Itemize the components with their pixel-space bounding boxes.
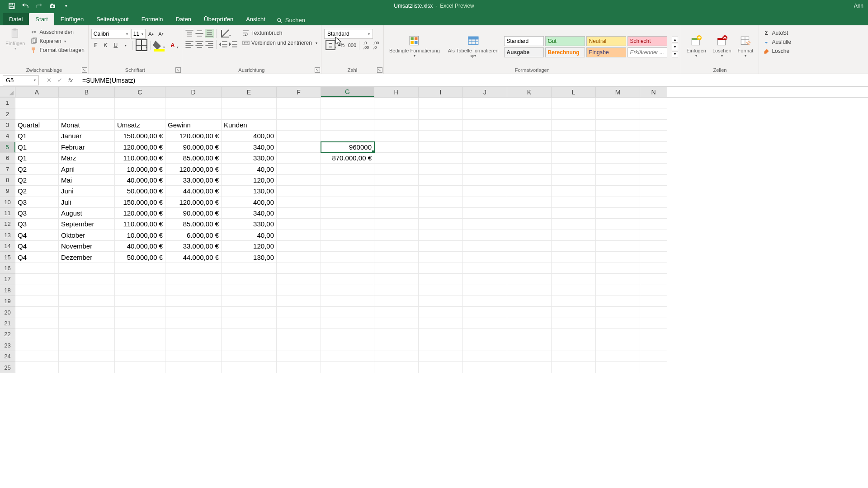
cell-I12[interactable] [419, 219, 463, 230]
cell-D6[interactable]: 85.000,00 € [165, 153, 222, 164]
cell-G17[interactable] [321, 274, 374, 285]
tab-insert[interactable]: Einfügen [54, 13, 90, 25]
cell-I11[interactable] [419, 208, 463, 219]
row-header-17[interactable]: 17 [0, 274, 15, 285]
cell-K12[interactable] [507, 219, 552, 230]
row-header-8[interactable]: 8 [0, 175, 15, 186]
cell-J13[interactable] [463, 230, 507, 241]
cell-K9[interactable] [507, 186, 552, 197]
column-header-D[interactable]: D [165, 87, 222, 97]
cell-G1[interactable] [321, 98, 374, 108]
formula-input[interactable]: =SUMME(Umsatz) [79, 76, 868, 85]
cell-H7[interactable] [374, 164, 419, 174]
cell-B2[interactable] [59, 108, 115, 119]
tab-start[interactable]: Start [29, 13, 54, 25]
cell-D1[interactable] [165, 98, 222, 108]
cell-J10[interactable] [463, 197, 507, 208]
cell-H16[interactable] [374, 263, 419, 274]
font-launcher[interactable]: ⤡ [175, 67, 181, 73]
cell-N15[interactable] [640, 252, 667, 263]
cell-F2[interactable] [277, 108, 321, 119]
tab-view[interactable]: Ansicht [240, 13, 272, 25]
cell-A15[interactable]: Q4 [15, 252, 59, 263]
redo-icon[interactable] [35, 2, 42, 9]
align-center-button[interactable] [195, 40, 204, 49]
cell-M10[interactable] [596, 197, 640, 208]
cell-J24[interactable] [463, 351, 507, 362]
cell-B11[interactable]: August [59, 208, 115, 219]
cell-F11[interactable] [277, 208, 321, 219]
cell-I1[interactable] [419, 98, 463, 108]
cell-M5[interactable] [596, 142, 640, 153]
cell-A16[interactable] [15, 263, 59, 274]
select-all-corner[interactable] [0, 87, 15, 97]
cell-I3[interactable] [419, 120, 463, 131]
cell-A17[interactable] [15, 274, 59, 285]
camera-icon[interactable] [49, 2, 56, 9]
clear-button[interactable]: Lösche [762, 47, 792, 55]
bold-button[interactable]: F [91, 41, 100, 50]
cell-L22[interactable] [552, 329, 596, 340]
cell-E10[interactable]: 400,00 [222, 197, 277, 208]
delete-cells-button[interactable]: Löschen▾ [710, 34, 734, 59]
cell-M2[interactable] [596, 108, 640, 119]
cell-J11[interactable] [463, 208, 507, 219]
cell-C11[interactable]: 120.000,00 € [115, 208, 165, 219]
cell-H8[interactable] [374, 175, 419, 186]
cell-J7[interactable] [463, 164, 507, 174]
style-schlecht[interactable]: Schlecht [627, 36, 667, 46]
cell-K23[interactable] [507, 340, 552, 351]
cell-C3[interactable]: Umsatz [115, 120, 165, 131]
cell-H11[interactable] [374, 208, 419, 219]
cell-N10[interactable] [640, 197, 667, 208]
cell-N24[interactable] [640, 351, 667, 362]
cell-I7[interactable] [419, 164, 463, 174]
column-header-A[interactable]: A [15, 87, 59, 97]
row-header-11[interactable]: 11 [0, 208, 15, 219]
accounting-button[interactable] [324, 41, 337, 50]
format-cells-button[interactable]: Format▾ [735, 34, 756, 59]
cell-B19[interactable] [59, 296, 115, 307]
cell-G15[interactable] [321, 252, 374, 263]
cell-G19[interactable] [321, 296, 374, 307]
shrink-font-button[interactable]: A▾ [156, 29, 165, 38]
cell-G16[interactable] [321, 263, 374, 274]
cell-M18[interactable] [596, 285, 640, 296]
cell-F4[interactable] [277, 131, 321, 141]
cell-K6[interactable] [507, 153, 552, 164]
cell-H4[interactable] [374, 131, 419, 141]
cell-I16[interactable] [419, 263, 463, 274]
cell-G5[interactable]: 960000 [321, 142, 374, 153]
cell-H19[interactable] [374, 296, 419, 307]
cell-I9[interactable] [419, 186, 463, 197]
cell-J16[interactable] [463, 263, 507, 274]
cell-N7[interactable] [640, 164, 667, 174]
cell-F25[interactable] [277, 362, 321, 373]
cell-F22[interactable] [277, 329, 321, 340]
cell-M22[interactable] [596, 329, 640, 340]
cell-G3[interactable] [321, 120, 374, 131]
cell-L19[interactable] [552, 296, 596, 307]
cell-J2[interactable] [463, 108, 507, 119]
cell-A5[interactable]: Q1 [15, 142, 59, 153]
cell-L25[interactable] [552, 362, 596, 373]
cell-E21[interactable] [222, 318, 277, 329]
cell-G12[interactable] [321, 219, 374, 230]
tab-formulas[interactable]: Formeln [135, 13, 170, 25]
cell-G6[interactable]: 870.000,00 € [321, 153, 374, 164]
cell-J23[interactable] [463, 340, 507, 351]
cell-styles-gallery[interactable]: Standard Gut Neutral Schlecht Ausgabe Be… [504, 36, 667, 57]
cell-M4[interactable] [596, 131, 640, 141]
cell-J22[interactable] [463, 329, 507, 340]
gallery-more-icon[interactable]: ▾ [672, 51, 678, 57]
cell-L23[interactable] [552, 340, 596, 351]
cell-I13[interactable] [419, 230, 463, 241]
cell-I17[interactable] [419, 274, 463, 285]
cell-E17[interactable] [222, 274, 277, 285]
cell-C5[interactable]: 120.000,00 € [115, 142, 165, 153]
cell-F19[interactable] [277, 296, 321, 307]
cell-A1[interactable] [15, 98, 59, 108]
cell-E13[interactable]: 40,00 [222, 230, 277, 241]
cell-L16[interactable] [552, 263, 596, 274]
row-header-15[interactable]: 15 [0, 252, 15, 263]
